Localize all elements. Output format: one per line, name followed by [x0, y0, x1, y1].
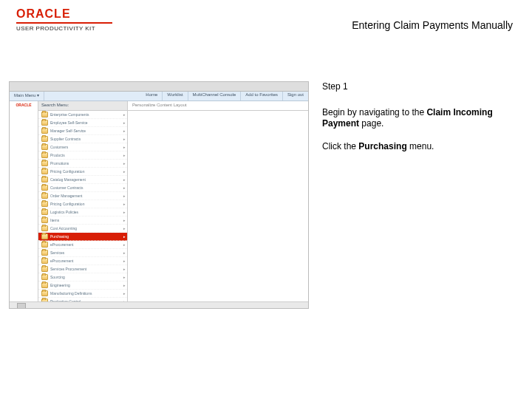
signout-link[interactable]: Sign out [283, 92, 308, 100]
chevron-right-icon: ▸ [123, 250, 126, 256]
nav-item-label: Pricing Configuration [50, 201, 84, 208]
folder-icon [41, 233, 48, 239]
nav-item[interactable]: Services Procurement▸ [38, 265, 127, 273]
logo-underline [16, 22, 112, 24]
chevron-right-icon: ▸ [123, 177, 126, 183]
nav-item-label: Order Management [50, 193, 82, 200]
nav-item[interactable]: Employee Self-Service▸ [38, 119, 127, 127]
nav-item-purchasing[interactable]: Purchasing▸ [38, 233, 127, 241]
folder-icon [41, 152, 48, 158]
folder-icon [41, 168, 48, 174]
nav-item-label: eProcurement [50, 258, 73, 265]
chevron-right-icon: ▸ [123, 290, 126, 297]
instruction-panel: Step 1 Begin by navigating to the Claim … [322, 81, 514, 309]
nav-item-label: Services [50, 250, 64, 256]
chevron-right-icon: ▸ [123, 225, 126, 232]
nav-list: Enterprise Components▸Employee Self-Serv… [38, 111, 127, 309]
nav-item[interactable]: eProcurement▸ [38, 241, 127, 249]
folder-icon [41, 209, 48, 215]
nav-item[interactable]: Services▸ [38, 249, 127, 257]
main-panel-header: Personalize Content Layout [128, 101, 308, 111]
nav-item[interactable]: eProcurement▸ [38, 257, 127, 265]
header-area: ORACLE USER PRODUCTIVITY KIT Entering Cl… [0, 0, 532, 44]
chevron-right-icon: ▸ [123, 120, 126, 126]
nav-item-label: Services Procurement [50, 266, 86, 273]
folder-icon [41, 201, 48, 207]
chevron-right-icon: ▸ [123, 193, 126, 200]
chevron-right-icon: ▸ [123, 152, 126, 159]
top-tab[interactable]: MultiChannel Console [188, 92, 242, 100]
nav-item[interactable]: Products▸ [38, 151, 127, 160]
chevron-right-icon: ▸ [123, 209, 126, 216]
instruction-line-2: Click the Purchasing menu. [322, 141, 514, 152]
nav-item[interactable]: Catalog Management▸ [38, 176, 127, 184]
nav-menu: Search Menu: Enterprise Components▸Emplo… [38, 101, 128, 309]
nav-item-label: Logistics Policies [50, 209, 78, 216]
top-tab[interactable]: Add to Favorites [241, 92, 283, 100]
nav-item-label: Customers [50, 144, 68, 151]
folder-icon [41, 177, 48, 183]
main-menu-dropdown[interactable]: Main Menu ▾ [10, 92, 44, 100]
nav-item-label: Products [50, 152, 65, 159]
top-tab[interactable]: Worklist [163, 92, 188, 100]
chevron-right-icon: ▸ [123, 112, 126, 118]
scrollbar-thumb[interactable] [17, 303, 26, 309]
chevron-right-icon: ▸ [123, 185, 126, 191]
folder-icon [41, 250, 48, 256]
nav-item[interactable]: Order Management▸ [38, 192, 127, 200]
main-panel: Personalize Content Layout [128, 101, 308, 309]
nav-item[interactable]: Sourcing▸ [38, 273, 127, 282]
folder-icon [41, 274, 48, 280]
chevron-right-icon: ▸ [123, 258, 126, 265]
chevron-right-icon: ▸ [123, 144, 126, 151]
nav-item[interactable]: Customers▸ [38, 143, 127, 151]
folder-icon [41, 136, 48, 142]
content-area: Main Menu ▾ HomeWorklistMultiChannel Con… [9, 81, 514, 309]
nav-item-label: Engineering [50, 282, 70, 289]
chevron-right-icon: ▸ [123, 201, 126, 208]
top-tab[interactable]: Home [141, 92, 163, 100]
nav-item[interactable]: Logistics Policies▸ [38, 208, 127, 216]
chevron-right-icon: ▸ [123, 266, 126, 273]
nav-item-label: Catalog Management [50, 177, 86, 183]
folder-icon [41, 225, 48, 231]
nav-item[interactable]: Cost Accounting▸ [38, 225, 127, 233]
nav-search-label: Search Menu: [38, 101, 127, 111]
app-screenshot: Main Menu ▾ HomeWorklistMultiChannel Con… [9, 81, 309, 309]
nav-item[interactable]: Pricing Configuration▸ [38, 168, 127, 176]
folder-icon [41, 193, 48, 199]
oracle-logo: ORACLE USER PRODUCTIVITY KIT [16, 7, 112, 32]
step-label: Step 1 [322, 81, 514, 92]
nav-item-label: Sourcing [50, 274, 65, 281]
nav-item-label: Items [50, 217, 59, 224]
nav-item[interactable]: Manager Self-Service▸ [38, 127, 127, 135]
chevron-right-icon: ▸ [123, 128, 126, 134]
page-title: Entering Claim Payments Manually [352, 19, 513, 31]
nav-item[interactable]: Manufacturing Definitions▸ [38, 290, 127, 298]
nav-item-label: Customer Contracts [50, 185, 83, 191]
oracle-sidebar-logo: ORACLE [10, 101, 38, 309]
chevron-right-icon: ▸ [123, 233, 126, 240]
nav-item[interactable]: Promotions▸ [38, 160, 127, 168]
folder-icon [41, 120, 48, 126]
folder-icon [41, 242, 48, 248]
folder-icon [41, 144, 48, 150]
nav-item[interactable]: Customer Contracts▸ [38, 184, 127, 192]
app-body: ORACLE Search Menu: Enterprise Component… [10, 101, 308, 309]
nav-item[interactable]: Engineering▸ [38, 282, 127, 290]
chevron-right-icon: ▸ [123, 136, 126, 143]
nav-item[interactable]: Pricing Configuration▸ [38, 200, 127, 208]
nav-item[interactable]: Enterprise Components▸ [38, 111, 127, 119]
chevron-right-icon: ▸ [123, 168, 126, 175]
oracle-logo-text: ORACLE [16, 7, 112, 21]
nav-item-label: Cost Accounting [50, 225, 77, 232]
chevron-right-icon: ▸ [123, 160, 126, 167]
nav-item-label: Supplier Contracts [50, 136, 81, 143]
folder-icon [41, 185, 48, 191]
folder-icon [41, 160, 48, 166]
browser-urlbar [10, 82, 308, 92]
horizontal-scrollbar[interactable] [10, 301, 308, 308]
nav-item-label: Promotions [50, 160, 69, 167]
nav-item[interactable]: Items▸ [38, 216, 127, 225]
nav-item[interactable]: Supplier Contracts▸ [38, 135, 127, 143]
